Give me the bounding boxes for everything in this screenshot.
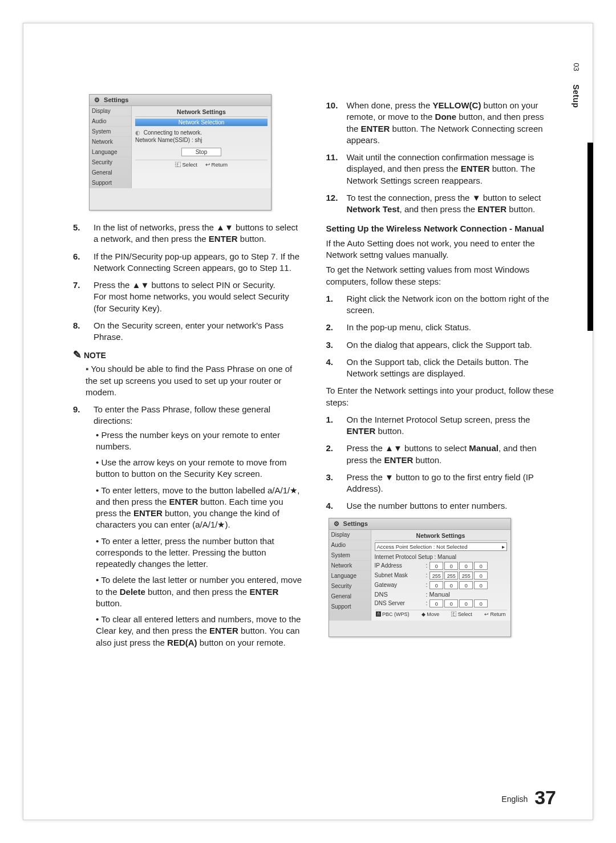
chapter-title: Setup bbox=[572, 84, 581, 102]
sidebar-item[interactable]: Display bbox=[329, 530, 371, 540]
dialog-sidebar: DisplayAudioSystemNetworkLanguageSecurit… bbox=[90, 106, 132, 188]
step-text: Right click the Network icon on the bott… bbox=[347, 293, 557, 317]
network-selection-dialog: ⚙ Settings DisplayAudioSystemNetworkLang… bbox=[89, 94, 271, 210]
step-number: 6. bbox=[73, 251, 86, 274]
ip-row: Subnet Mask:2552552550 bbox=[375, 572, 507, 579]
bullet-item: To delete the last letter or number you … bbox=[96, 574, 303, 609]
ip-row-label: DNS Server bbox=[375, 600, 426, 606]
dialog-title: Settings bbox=[343, 520, 368, 527]
step-text: On the dialog that appears, click the Su… bbox=[347, 339, 557, 351]
ip-table: IP Address:0000Subnet Mask:2552552550Gat… bbox=[375, 562, 507, 589]
stop-button[interactable]: Stop bbox=[181, 148, 221, 156]
ip-cell[interactable]: 255 bbox=[459, 572, 473, 579]
step-9-bullets: Press the number keys on your remote to … bbox=[96, 429, 303, 649]
sidebar-item[interactable]: Network bbox=[90, 137, 131, 147]
intro-para-2: To get the Network setting values from m… bbox=[326, 264, 557, 287]
steps-5-8: 5.In the list of networks, press the ▲▼ … bbox=[73, 222, 303, 343]
ip-row: DNS Server:0000 bbox=[375, 599, 507, 607]
step-number: 2. bbox=[326, 322, 339, 333]
step-number: 3. bbox=[326, 339, 339, 351]
step-number: 9. bbox=[73, 404, 86, 653]
note-icon: ✎ bbox=[73, 349, 82, 360]
hint-return: ↩ Return bbox=[205, 161, 228, 168]
dialog-blank bbox=[90, 188, 271, 210]
intro-para-1: If the Auto Setting does not work, you n… bbox=[326, 238, 557, 261]
sidebar-item[interactable]: Display bbox=[90, 106, 131, 116]
step-text: To enter the Pass Phrase, follow these g… bbox=[94, 404, 303, 653]
sidebar-item[interactable]: Security bbox=[329, 581, 371, 591]
access-point-select[interactable]: Access Point Selection : Not Selected ▸ bbox=[375, 542, 507, 551]
bullet-item: To clear all entered letters and numbers… bbox=[96, 614, 303, 649]
ip-cell[interactable]: 255 bbox=[429, 572, 443, 579]
dns-label: DNS bbox=[375, 591, 426, 598]
sidebar-item[interactable]: Audio bbox=[329, 540, 371, 550]
sidebar-item[interactable]: System bbox=[90, 127, 131, 137]
ip-cell[interactable]: 0 bbox=[474, 581, 488, 589]
thumb-index-mark bbox=[587, 143, 593, 331]
sidebar-item[interactable]: Support bbox=[90, 178, 131, 188]
sidebar-item[interactable]: System bbox=[329, 550, 371, 561]
ip-cell[interactable]: 0 bbox=[444, 581, 458, 589]
ip-cells: 2552552550 bbox=[429, 572, 488, 579]
step-number: 12. bbox=[326, 192, 339, 216]
step-number: 10. bbox=[326, 100, 339, 146]
ip-row-label: Gateway bbox=[375, 582, 426, 588]
ip-cell[interactable]: 0 bbox=[444, 599, 458, 607]
dialog-hints: 🇪 Select ↩ Return bbox=[135, 160, 268, 169]
step-number: 2. bbox=[326, 443, 339, 466]
bullet-item: Press the number keys on your remote to … bbox=[96, 429, 303, 453]
ip-cell[interactable]: 0 bbox=[429, 562, 443, 570]
chapter-number: 03 bbox=[572, 59, 581, 76]
ip-cells: 0000 bbox=[429, 562, 488, 570]
ip-cell[interactable]: 0 bbox=[474, 599, 488, 607]
hint-select: 🇪 Select bbox=[451, 611, 472, 617]
sidebar-item[interactable]: Network bbox=[329, 561, 371, 571]
sidebar-item[interactable]: Support bbox=[329, 602, 371, 612]
footer-lang: English bbox=[501, 795, 528, 804]
step-number: 3. bbox=[326, 472, 339, 495]
step-text: When done, press the YELLOW(C) button on… bbox=[347, 100, 557, 146]
connecting-line: ◐ Connecting to network. bbox=[135, 129, 268, 136]
sidebar-item[interactable]: Language bbox=[90, 147, 131, 157]
ip-cell[interactable]: 0 bbox=[459, 599, 473, 607]
ip-cell[interactable]: 0 bbox=[474, 572, 488, 579]
sidebar-item[interactable]: Audio bbox=[90, 116, 131, 127]
sidebar-item[interactable]: Language bbox=[329, 571, 371, 581]
hint-select: 🇪 Select bbox=[175, 161, 197, 168]
windows-steps: 1.Right click the Network icon on the bo… bbox=[326, 293, 557, 380]
ip-cell[interactable]: 0 bbox=[459, 581, 473, 589]
gear-icon: ⚙ bbox=[334, 520, 339, 527]
sidebar-item[interactable]: General bbox=[90, 168, 131, 178]
step-number: 1. bbox=[326, 293, 339, 317]
sidebar-item[interactable]: General bbox=[329, 591, 371, 602]
step-number: 8. bbox=[73, 320, 86, 343]
dns-server-row: DNS Server:0000 bbox=[375, 599, 507, 607]
step-text: If the PIN/Security pop-up appears, go t… bbox=[94, 251, 303, 274]
bullet-item: To enter a letter, press the number butt… bbox=[96, 536, 303, 570]
step-text: On the Internet Protocol Setup screen, p… bbox=[347, 414, 557, 437]
colon: : bbox=[426, 572, 428, 578]
dialog-subheading: Network Selection bbox=[135, 119, 268, 126]
step-text: On the Security screen, enter your netwo… bbox=[94, 320, 303, 343]
ip-cell[interactable]: 255 bbox=[444, 572, 458, 579]
note-item: You should be able to find the Pass Phra… bbox=[86, 363, 303, 398]
dialog-titlebar: ⚙ Settings bbox=[90, 95, 271, 106]
note-list: You should be able to find the Pass Phra… bbox=[86, 363, 303, 398]
ip-cell[interactable]: 0 bbox=[444, 562, 458, 570]
sidebar-item[interactable]: Security bbox=[90, 157, 131, 168]
dns-row: DNS : Manual bbox=[375, 591, 507, 598]
step-number: 11. bbox=[326, 152, 339, 187]
ip-cell[interactable]: 0 bbox=[459, 562, 473, 570]
step-number: 4. bbox=[326, 500, 339, 512]
ip-settings-dialog: ⚙ Settings DisplayAudioSystemNetworkLang… bbox=[329, 518, 511, 637]
ip-cell[interactable]: 0 bbox=[429, 581, 443, 589]
step-text: Press the ▲▼ buttons to select PIN or Se… bbox=[94, 279, 303, 314]
dialog-main: Network Settings Network Selection ◐ Con… bbox=[132, 106, 271, 188]
colon: : bbox=[426, 582, 428, 588]
ip-cell[interactable]: 0 bbox=[474, 562, 488, 570]
page-number: 37 bbox=[534, 787, 556, 808]
ip-cell[interactable]: 0 bbox=[429, 599, 443, 607]
ip-cells: 0000 bbox=[429, 581, 488, 589]
step-text: Press the ▲▼ buttons to select Manual, a… bbox=[347, 443, 557, 466]
spinner-icon: ◐ bbox=[135, 129, 140, 136]
